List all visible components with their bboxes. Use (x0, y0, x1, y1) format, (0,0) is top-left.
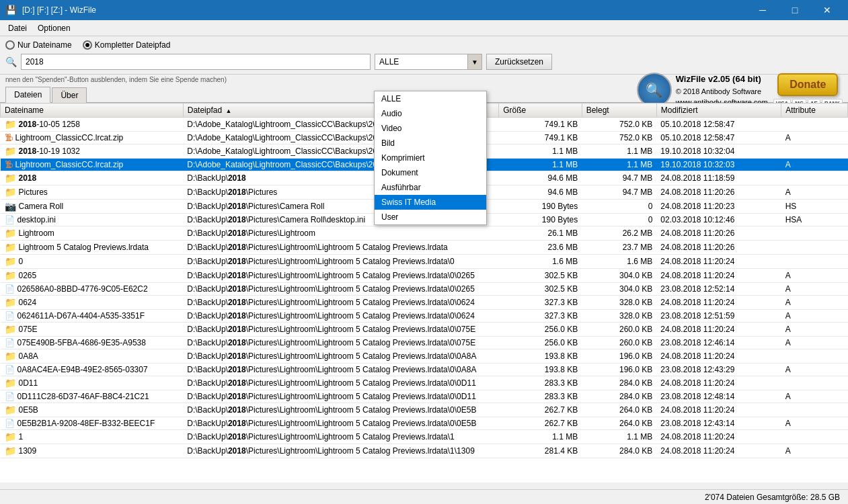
filter-select[interactable] (375, 54, 482, 70)
cell-used: 284.0 KB (582, 376, 656, 390)
filepath: D:\BackUp\2018 (187, 173, 245, 183)
table-row[interactable]: 📁1D:\BackUp\2018\Pictures\Lightroom\Ligh… (1, 430, 848, 444)
dropdown-item[interactable]: Swiss IT Media (375, 195, 486, 210)
menu-datei[interactable]: Datei (3, 22, 32, 34)
filename: 0A8AC4EA-E94B-49E2-8565-03307 (17, 365, 148, 374)
folder-icon: 📁 (5, 431, 16, 442)
col-header-size[interactable]: Größe (499, 103, 582, 118)
filename: 0 (19, 257, 24, 266)
cell-path: D:\BackUp\2018\Pictures\Lightroom\Lightr… (183, 296, 498, 310)
cell-size: 1.1 MB (499, 430, 582, 444)
col-header-attr[interactable]: Attribute (781, 103, 848, 118)
cell-modified: 02.03.2018 10:12:46 (656, 214, 781, 226)
cell-name: 📄026586A0-8BBD-4776-9C05-E62C2 (1, 283, 184, 296)
table-row[interactable]: 📄026586A0-8BBD-4776-9C05-E62C2D:\BackUp\… (1, 283, 848, 296)
cell-attr: A (781, 337, 848, 349)
cell-modified: 24.08.2018 11:20:24 (656, 269, 781, 283)
donate-button[interactable]: Donate (777, 73, 838, 96)
filename: Lightroom_ClassicCC.lrcat.zip (15, 133, 124, 142)
folder-icon: 📁 (5, 351, 16, 362)
filepath: D:\BackUp\2018\Pictures\Lightroom\Lightr… (187, 351, 476, 361)
table-row[interactable]: 📄075E490B-5FBA-4686-9E35-A9538D:\BackUp\… (1, 337, 848, 349)
dropdown-item[interactable]: ALLE (375, 91, 486, 106)
radio-circle-filename (5, 40, 15, 50)
table-row[interactable]: 📄0A8AC4EA-E94B-49E2-8565-03307D:\BackUp\… (1, 364, 848, 376)
dropdown-item[interactable]: Komprimiert (375, 151, 486, 165)
cell-size: 262.7 KB (499, 403, 582, 417)
table-row[interactable]: 📁0D:\BackUp\2018\Pictures\Lightroom\Ligh… (1, 255, 848, 269)
filepath: D:\BackUp\2018\Pictures (187, 187, 277, 197)
cell-used: 94.7 MB (582, 171, 656, 185)
cell-attr: A (781, 444, 848, 458)
table-row[interactable]: 📁075ED:\BackUp\2018\Pictures\Lightroom\L… (1, 323, 848, 337)
cell-used: 1.1 MB (582, 144, 656, 159)
cell-name: 📁0624 (1, 296, 184, 310)
titlebar-controls: ─ □ ✕ (747, 0, 843, 20)
minimize-button[interactable]: ─ (747, 0, 778, 20)
maximize-button[interactable]: □ (779, 0, 810, 20)
cell-used: 26.2 MB (582, 226, 656, 241)
cell-name: 🗜Lightroom_ClassicCC.lrcat.zip (1, 159, 184, 171)
filepath: D:\BackUp\2018\Pictures\Lightroom\Lightr… (187, 311, 475, 321)
table-row[interactable]: 📁Lightroom 5 Catalog Previews.lrdataD:\B… (1, 241, 848, 255)
table-row[interactable]: 📄0E5B2B1A-9208-48EF-B332-BEEC1FD:\BackUp… (1, 417, 848, 430)
cell-used: 1.1 MB (582, 430, 656, 444)
file-icon: 📄 (5, 215, 15, 224)
filename: Pictures (19, 187, 48, 197)
dropdown-item[interactable]: Dokument (375, 165, 486, 180)
table-row[interactable]: 📁0265D:\BackUp\2018\Pictures\Lightroom\L… (1, 269, 848, 283)
cell-modified: 23.08.2018 12:52:14 (656, 283, 781, 296)
dropdown-item[interactable]: User (375, 210, 486, 224)
file-icon: 📄 (5, 419, 15, 428)
search-input[interactable] (21, 54, 371, 70)
cell-size: 283.3 KB (499, 376, 582, 390)
folder-icon: 📁 (5, 256, 16, 267)
table-row[interactable]: 📁0A8AD:\BackUp\2018\Pictures\Lightroom\L… (1, 349, 848, 364)
table-row[interactable]: 📄0624611A-D67A-4404-A535-3351FD:\BackUp\… (1, 310, 848, 323)
cell-used: 752.0 KB (582, 118, 656, 132)
cell-modified: 24.08.2018 11:20:24 (656, 349, 781, 364)
cell-attr (781, 118, 848, 132)
dropdown-item[interactable]: Audio (375, 106, 486, 121)
col-header-modified[interactable]: Modifiziert (656, 103, 781, 118)
cell-size: 256.0 KB (499, 337, 582, 349)
col-header-used[interactable]: Belegt (582, 103, 656, 118)
table-row[interactable]: 📁LightroomD:\BackUp\2018\Pictures\Lightr… (1, 226, 848, 241)
table-row[interactable]: 📁0624D:\BackUp\2018\Pictures\Lightroom\L… (1, 296, 848, 310)
cell-size: 302.5 KB (499, 269, 582, 283)
radio-fullpath[interactable]: Kompletter Dateipfad (83, 40, 171, 50)
filename: 0A8A (19, 351, 38, 361)
col-header-name[interactable]: Dateiname (1, 103, 184, 118)
tab-dateien[interactable]: Dateien (5, 87, 50, 103)
cell-used: 264.0 KB (582, 403, 656, 417)
cell-modified: 24.08.2018 11:20:26 (656, 185, 781, 200)
menu-optionen[interactable]: Optionen (32, 22, 76, 34)
reset-button[interactable]: Zurücksetzen (486, 54, 552, 70)
filepath: D:\BackUp\2018\Pictures\Lightroom\Lightr… (187, 392, 476, 401)
cell-size: 94.6 MB (499, 171, 582, 185)
cell-attr: HS (781, 200, 848, 214)
cell-size: 190 Bytes (499, 200, 582, 214)
filepath: D:\BackUp\2018\Pictures\Lightroom\Lightr… (187, 298, 475, 307)
close-button[interactable]: ✕ (812, 0, 843, 20)
cell-name: 📁2018-10-05 1258 (1, 118, 184, 132)
folder-icon: 📁 (5, 446, 16, 456)
cell-path: D:\BackUp\2018\Pictures\Lightroom\Lightr… (183, 349, 498, 364)
cell-size: 327.3 KB (499, 310, 582, 323)
dropdown-item[interactable]: Ausführbar (375, 180, 486, 195)
dropdown-item[interactable]: Bild (375, 136, 486, 151)
cell-used: 328.0 KB (582, 296, 656, 310)
cell-modified: 24.08.2018 11:18:59 (656, 171, 781, 185)
table-row[interactable]: 📁0E5BD:\BackUp\2018\Pictures\Lightroom\L… (1, 403, 848, 417)
cell-size: 302.5 KB (499, 283, 582, 296)
tab-ueber[interactable]: Über (52, 87, 87, 103)
cell-path: D:\BackUp\2018\Pictures\Lightroom\Lightr… (183, 430, 498, 444)
dropdown-item[interactable]: Video (375, 121, 486, 136)
radio-filename[interactable]: Nur Dateiname (5, 40, 72, 50)
table-row[interactable]: 📄0D111C28-6D37-46AF-B8C4-21C21D:\BackUp\… (1, 390, 848, 403)
radio-label-fullpath: Kompletter Dateipfad (95, 40, 171, 50)
filename: 0624611A-D67A-4404-A535-3351F (17, 311, 145, 321)
table-row[interactable]: 📁1309D:\BackUp\2018\Pictures\Lightroom\L… (1, 444, 848, 458)
cell-path: D:\BackUp\2018\Pictures\Lightroom\Lightr… (183, 255, 498, 269)
table-row[interactable]: 📁0D11D:\BackUp\2018\Pictures\Lightroom\L… (1, 376, 848, 390)
